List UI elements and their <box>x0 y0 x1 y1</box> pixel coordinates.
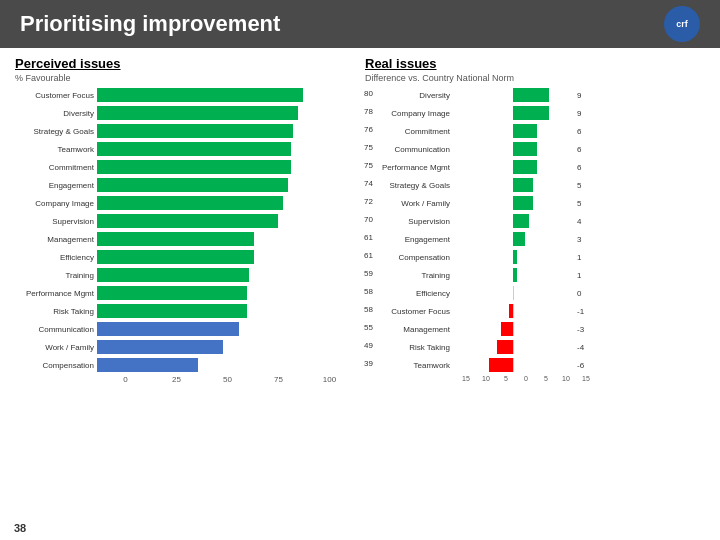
right-bar-fill-pos <box>513 250 517 264</box>
right-bar-row: Supervision4 <box>365 213 705 229</box>
left-bar-fill <box>97 358 198 372</box>
left-bar-track: 49 <box>97 340 355 354</box>
left-bar-row: Risk Taking58 <box>15 303 355 319</box>
right-bar-row: Training1 <box>365 267 705 283</box>
left-bar-row: Engagement74 <box>15 177 355 193</box>
right-bar-value: 9 <box>577 109 581 118</box>
left-bar-row: Communication55 <box>15 321 355 337</box>
left-bar-fill <box>97 322 239 336</box>
left-bar-fill <box>97 160 291 174</box>
right-bar-value: 6 <box>577 127 581 136</box>
right-bar-value: 1 <box>577 271 581 280</box>
page-title: Prioritising improvement <box>20 11 280 37</box>
left-bar-row: Management61 <box>15 231 355 247</box>
right-bar-value: 9 <box>577 91 581 100</box>
right-bar-label: Training <box>365 271 453 280</box>
left-bar-label: Efficiency <box>15 253 97 262</box>
left-bar-row: Efficiency61 <box>15 249 355 265</box>
left-panel: Perceived issues % Favourable Customer F… <box>10 56 360 536</box>
right-bar-value: 5 <box>577 181 581 190</box>
right-bar-row: Teamwork-6 <box>365 357 705 373</box>
left-bar-fill <box>97 124 293 138</box>
right-bar-track <box>453 196 573 210</box>
left-bar-row: Performance Mgmt58 <box>15 285 355 301</box>
left-bar-label: Supervision <box>15 217 97 226</box>
right-bar-row: Performance Mgmt6 <box>365 159 705 175</box>
right-bar-fill-neg <box>497 340 513 354</box>
right-panel-subtitle: Difference vs. Country National Norm <box>365 73 705 83</box>
left-bar-row: Company Image72 <box>15 195 355 211</box>
center-line <box>513 286 514 300</box>
left-bar-track: 72 <box>97 196 355 210</box>
right-bar-track <box>453 286 573 300</box>
right-bar-value: -6 <box>577 361 584 370</box>
left-bar-label: Engagement <box>15 181 97 190</box>
left-bar-fill <box>97 196 283 210</box>
right-bar-track <box>453 88 573 102</box>
right-axis-label: 15 <box>456 375 476 382</box>
right-bar-value: -4 <box>577 343 584 352</box>
left-panel-title: Perceived issues <box>15 56 355 71</box>
left-bar-track: 70 <box>97 214 355 228</box>
left-bar-label: Risk Taking <box>15 307 97 316</box>
right-bar-track <box>453 142 573 156</box>
right-axis-label: 10 <box>556 375 576 382</box>
left-bar-track: 76 <box>97 124 355 138</box>
right-bar-track <box>453 340 573 354</box>
left-bar-row: Compensation39 <box>15 357 355 373</box>
left-bar-fill <box>97 106 298 120</box>
right-bar-label: Work / Family <box>365 199 453 208</box>
left-bar-label: Performance Mgmt <box>15 289 97 298</box>
right-bar-label: Efficiency <box>365 289 453 298</box>
left-bar-fill <box>97 232 254 246</box>
right-bar-value: -1 <box>577 307 584 316</box>
right-bar-label: Company Image <box>365 109 453 118</box>
left-bar-fill <box>97 214 278 228</box>
right-bar-label: Communication <box>365 145 453 154</box>
left-bar-row: Customer Focus80 <box>15 87 355 103</box>
left-bar-track: 55 <box>97 322 355 336</box>
right-bar-label: Customer Focus <box>365 307 453 316</box>
right-bar-label: Supervision <box>365 217 453 226</box>
left-bar-track: 78 <box>97 106 355 120</box>
left-bar-fill <box>97 88 303 102</box>
right-bar-value: 0 <box>577 289 581 298</box>
right-axis-label: 5 <box>496 375 516 382</box>
left-bar-label: Communication <box>15 325 97 334</box>
right-bar-row: Diversity9 <box>365 87 705 103</box>
left-chart: Customer Focus80Diversity78Strategy & Go… <box>15 87 355 373</box>
logo-circle: crf <box>664 6 700 42</box>
right-bar-value: 6 <box>577 145 581 154</box>
right-bar-fill-pos <box>513 214 529 228</box>
left-axis-label: 0 <box>100 375 151 384</box>
right-bar-value: -3 <box>577 325 584 334</box>
right-bar-row: Company Image9 <box>365 105 705 121</box>
left-bar-track: 58 <box>97 304 355 318</box>
right-bar-fill-pos <box>513 142 537 156</box>
right-bar-track <box>453 160 573 174</box>
right-bar-track <box>453 178 573 192</box>
right-bar-row: Risk Taking-4 <box>365 339 705 355</box>
left-axis-label: 50 <box>202 375 253 384</box>
left-bar-row: Training59 <box>15 267 355 283</box>
right-bar-track <box>453 358 573 372</box>
right-bar-fill-pos <box>513 196 533 210</box>
right-panel-title: Real issues <box>365 56 705 71</box>
right-bar-row: Customer Focus-1 <box>365 303 705 319</box>
left-bar-track: 59 <box>97 268 355 282</box>
right-bar-track <box>453 232 573 246</box>
left-bar-track: 61 <box>97 232 355 246</box>
right-bar-row: Work / Family5 <box>365 195 705 211</box>
right-bar-value: 3 <box>577 235 581 244</box>
right-bar-track <box>453 250 573 264</box>
right-bar-track <box>453 214 573 228</box>
left-bar-fill <box>97 142 291 156</box>
left-axis-label: 25 <box>151 375 202 384</box>
right-chart: Diversity9Company Image9Commitment6Commu… <box>365 87 705 373</box>
left-bar-track: 74 <box>97 178 355 192</box>
right-bar-row: Management-3 <box>365 321 705 337</box>
left-bar-label: Strategy & Goals <box>15 127 97 136</box>
right-bar-label: Engagement <box>365 235 453 244</box>
right-bar-fill-pos <box>513 124 537 138</box>
right-bar-label: Compensation <box>365 253 453 262</box>
